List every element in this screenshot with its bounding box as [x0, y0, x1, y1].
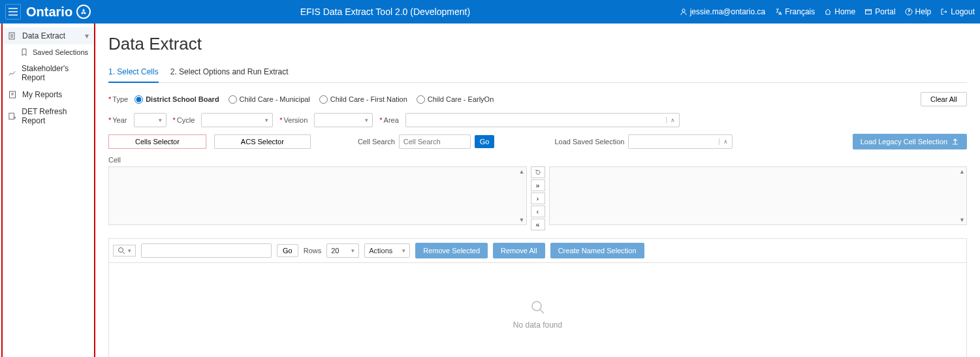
- load-saved-label: Load Saved Selection: [554, 138, 624, 146]
- cell-search-go-button[interactable]: Go: [475, 135, 495, 148]
- cells-selector-button[interactable]: Cells Selector: [108, 134, 206, 149]
- move-all-right-button[interactable]: »: [531, 179, 545, 191]
- search-icon: [530, 300, 546, 315]
- app-title: EFIS Data Extract Tool 2.0 (Development): [91, 7, 680, 17]
- cell-search-group: Cell Search Go: [358, 134, 495, 149]
- radio-child-care-municipal[interactable]: Child Care - Municipal: [229, 95, 310, 104]
- load-saved-select[interactable]: ∧: [628, 134, 733, 149]
- portal-link[interactable]: Portal: [864, 7, 895, 16]
- acs-selector-button[interactable]: ACS Selector: [214, 134, 311, 149]
- hamburger-icon: [8, 8, 18, 16]
- refresh-report-icon: [8, 112, 16, 121]
- actions-menu[interactable]: Actions: [364, 243, 410, 258]
- tab-select-options[interactable]: 2. Select Options and Run Extract: [170, 65, 289, 82]
- year-select[interactable]: [134, 113, 166, 127]
- wizard-tabs: 1. Select Cells 2. Select Options and Ru…: [108, 65, 967, 83]
- language-icon: [774, 8, 782, 16]
- move-all-left-button[interactable]: «: [531, 219, 545, 230]
- scroll-down-icon[interactable]: ▼: [519, 217, 525, 223]
- sidebar-item-stakeholders-report[interactable]: Stakeholder's Report: [3, 60, 94, 86]
- brand-text: Ontario: [26, 5, 72, 20]
- version-select[interactable]: [314, 113, 373, 127]
- criteria-row: *Year *Cycle *Version *Area ∧: [108, 113, 967, 127]
- create-named-selection-button[interactable]: Create Named Selection: [550, 243, 644, 258]
- load-legacy-button[interactable]: Load Legacy Cell Selection: [853, 134, 967, 149]
- selectors-row: Cells Selector ACS Selector Cell Search …: [108, 134, 967, 149]
- scroll-up-icon[interactable]: ▲: [519, 168, 525, 175]
- home-link[interactable]: Home: [824, 7, 855, 16]
- tab-select-cells[interactable]: 1. Select Cells: [108, 65, 159, 83]
- chevron-down-icon: ▾: [85, 31, 89, 40]
- home-icon: [824, 8, 832, 16]
- report-icon: [8, 90, 17, 99]
- type-row: *Type District School Board Child Care -…: [108, 92, 967, 106]
- upload-icon: [951, 138, 959, 146]
- svg-point-7: [532, 302, 541, 311]
- type-label: *Type: [108, 95, 128, 103]
- radio-district-school-board[interactable]: District School Board: [134, 95, 219, 104]
- sidebar-item-det-refresh-report[interactable]: DET Refresh Report: [3, 103, 94, 129]
- sidebar-item-data-extract[interactable]: Data Extract ▾: [3, 27, 94, 44]
- sidebar-item-label: DET Refresh Report: [22, 107, 89, 125]
- rows-label: Rows: [304, 247, 322, 255]
- radio-child-care-earlyon[interactable]: Child Care - EarlyOn: [417, 95, 494, 104]
- cycle-select[interactable]: [201, 113, 273, 127]
- help-icon: [905, 8, 913, 16]
- svg-rect-5: [9, 113, 14, 119]
- cell-search-label: Cell Search: [358, 138, 395, 146]
- grid-empty-state: No data found: [108, 262, 967, 357]
- move-left-button[interactable]: ‹: [531, 206, 545, 217]
- reset-button[interactable]: [531, 166, 545, 178]
- header-right: jessie.ma@ontario.ca Français Home Porta…: [680, 7, 975, 16]
- area-label: *Area: [379, 116, 399, 124]
- no-data-message: No data found: [513, 320, 562, 330]
- search-icon: [118, 247, 125, 255]
- move-right-button[interactable]: ›: [531, 193, 545, 204]
- scroll-up-icon[interactable]: ▲: [959, 168, 965, 175]
- grid-go-button[interactable]: Go: [277, 244, 298, 257]
- bookmark-icon: [21, 48, 27, 56]
- cycle-label: *Cycle: [173, 116, 195, 124]
- data-extract-icon: [8, 31, 17, 40]
- remove-selected-button[interactable]: Remove Selected: [415, 243, 488, 258]
- user-icon: [680, 8, 688, 16]
- cell-shuttle: ▲ ▼ » › ‹ « ▲ ▼: [108, 166, 967, 230]
- home-label: Home: [834, 7, 855, 16]
- cell-section-label: Cell: [108, 156, 967, 164]
- portal-label: Portal: [875, 7, 895, 16]
- area-select[interactable]: ∧: [405, 113, 680, 127]
- svg-point-6: [119, 248, 123, 253]
- portal-icon: [864, 8, 872, 16]
- type-radio-group: District School Board Child Care - Munic…: [134, 95, 494, 104]
- sidebar-item-my-reports[interactable]: My Reports: [3, 86, 94, 103]
- radio-child-care-first-nation[interactable]: Child Care - First Nation: [319, 95, 407, 104]
- grid-toolbar: ▾ Go Rows 20 Actions Remove Selected Rem…: [108, 238, 967, 262]
- help-link[interactable]: Help: [905, 7, 932, 16]
- rows-select[interactable]: 20: [326, 243, 359, 258]
- grid-search-input[interactable]: [141, 243, 272, 258]
- page-title: Data Extract: [108, 34, 967, 54]
- logout-link[interactable]: Logout: [940, 7, 975, 16]
- remove-all-button[interactable]: Remove All: [493, 243, 545, 258]
- logout-label: Logout: [951, 7, 975, 16]
- load-saved-group: Load Saved Selection ∧: [554, 134, 733, 149]
- clear-all-button[interactable]: Clear All: [921, 92, 967, 106]
- user-link[interactable]: jessie.ma@ontario.ca: [680, 7, 766, 16]
- sidebar-item-saved-selections[interactable]: Saved Selections: [3, 44, 94, 60]
- available-cells-panel[interactable]: ▲ ▼: [108, 166, 527, 225]
- cell-search-input[interactable]: [399, 134, 471, 149]
- version-label: *Version: [279, 116, 308, 124]
- chevron-down-icon: ▾: [128, 247, 131, 254]
- user-email: jessie.ma@ontario.ca: [690, 7, 766, 16]
- sidebar-item-label: Data Extract: [22, 31, 65, 40]
- sidebar-item-label: My Reports: [22, 90, 62, 99]
- selected-cells-panel[interactable]: ▲ ▼: [549, 166, 968, 225]
- grid-search-dropdown[interactable]: ▾: [113, 245, 136, 256]
- chart-icon: [8, 69, 16, 78]
- sidebar: Data Extract ▾ Saved Selections Stakehol…: [1, 23, 95, 357]
- menu-toggle[interactable]: [5, 4, 21, 20]
- help-label: Help: [915, 7, 932, 16]
- scroll-down-icon[interactable]: ▼: [959, 217, 965, 223]
- sidebar-item-label: Stakeholder's Report: [22, 64, 89, 82]
- lang-link[interactable]: Français: [774, 7, 815, 16]
